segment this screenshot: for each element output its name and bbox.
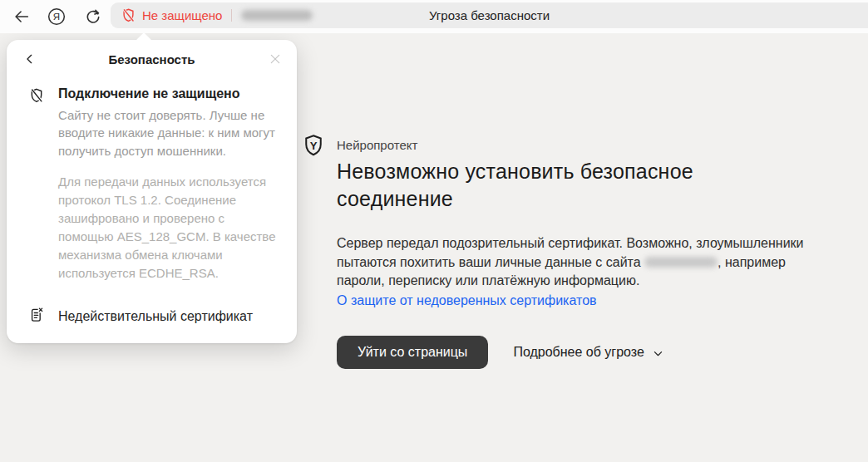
chip-divider: [231, 9, 232, 22]
brand-label: Нейропротект: [337, 138, 823, 152]
neuroprotect-shield-icon: Y: [301, 133, 326, 158]
shield-glyph: Y: [310, 140, 318, 152]
chevron-left-icon[interactable]: [23, 52, 37, 66]
threat-details-label: Подробнее об угрозе: [513, 345, 644, 360]
connection-item-description: Сайту не стоит доверять. Лучше не вводит…: [58, 106, 279, 160]
redacted-url-blur: [241, 10, 313, 21]
security-status-label: Не защищено: [142, 8, 222, 22]
certificate-item-label: Недействительный сертификат: [58, 309, 253, 324]
connection-item-title: Подключение не защищено: [58, 86, 279, 101]
chevron-down-icon: [652, 347, 664, 360]
leave-page-button[interactable]: Уйти со страницы: [337, 336, 488, 369]
error-description: Сервер передал подозрительный сертификат…: [337, 234, 816, 291]
panel-header: Безопасность: [7, 40, 297, 78]
error-page-content: Нейропротект Невозможно установить безоп…: [337, 138, 823, 369]
connection-status-item: Подключение не защищено Сайту не стоит д…: [7, 78, 297, 283]
certificate-item[interactable]: Недействительный сертификат: [7, 297, 297, 327]
refresh-icon[interactable]: [83, 7, 103, 27]
shield-crossed-icon: [28, 86, 58, 283]
browser-toolbar: Я Не защищено Угроза безопасности: [0, 0, 868, 33]
yandex-logo-glyph: Я: [53, 12, 60, 22]
panel-title: Безопасность: [108, 52, 195, 66]
certificate-invalid-icon: [28, 306, 58, 327]
redacted-domain-blur: [644, 257, 718, 268]
address-bar[interactable]: Не защищено Угроза безопасности: [111, 2, 868, 28]
connection-item-details: Для передачи данных используется протоко…: [58, 173, 279, 283]
yandex-logo-icon[interactable]: Я: [47, 7, 67, 27]
security-panel: Безопасность Подключение не защищено Сай…: [7, 40, 297, 343]
action-buttons-row: Уйти со страницы Подробнее об угрозе: [337, 336, 823, 369]
threat-details-button[interactable]: Подробнее об угрозе: [513, 345, 663, 360]
error-heading: Невозможно установить безопасное соедине…: [337, 158, 790, 212]
certificates-info-link[interactable]: О защите от недоверенных сертификатов: [337, 293, 597, 308]
page-title: Угроза безопасности: [111, 8, 868, 22]
shield-crossed-icon-red: [121, 7, 136, 23]
close-icon[interactable]: [269, 52, 282, 66]
back-icon[interactable]: [12, 7, 32, 27]
security-status-chip[interactable]: Не защищено: [111, 7, 222, 23]
